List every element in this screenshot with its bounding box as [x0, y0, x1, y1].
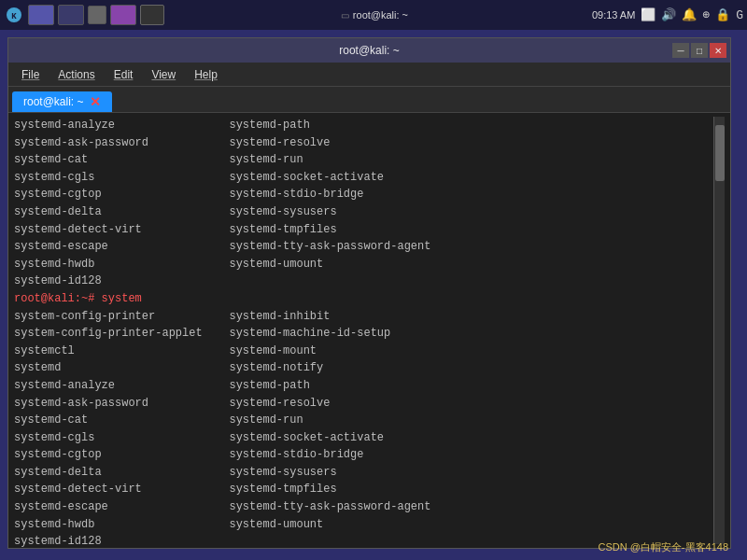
title-bar: root@kali: ~ ─ □ ✕ — [8, 38, 730, 63]
lock-icon[interactable]: 🔒 — [715, 7, 730, 22]
kali-icon[interactable]: K — [4, 5, 24, 25]
power-icon[interactable]: G — [736, 8, 743, 22]
menu-file[interactable]: File — [12, 66, 49, 83]
volume-icon[interactable]: 🔊 — [661, 7, 676, 22]
svg-text:K: K — [11, 12, 17, 21]
notification-icon[interactable]: 🔔 — [682, 7, 697, 22]
scrollbar[interactable] — [713, 117, 725, 544]
taskbar-btn-2[interactable] — [58, 5, 84, 25]
terminal-window: root@kali: ~ ─ □ ✕ File Actions Edit Vie… — [7, 37, 731, 549]
terminal-output: systemd-analyze systemd-path systemd-ask… — [14, 117, 713, 544]
clock: 09:13 AM — [592, 9, 635, 21]
close-button[interactable]: ✕ — [710, 43, 726, 58]
taskbar: K ▭ root@kali: ~ 09:13 AM ⬜ 🔊 🔔 ⊕ 🔒 G — [0, 0, 747, 30]
taskbar-btn-5[interactable] — [140, 5, 164, 25]
terminal-tab[interactable]: root@kali: ~ ✕ — [12, 91, 112, 112]
menu-help[interactable]: Help — [185, 66, 227, 83]
menu-edit[interactable]: Edit — [105, 66, 143, 83]
menu-bar: File Actions Edit View Help — [8, 63, 730, 87]
tab-label: root@kali: ~ — [23, 95, 84, 108]
menu-view[interactable]: View — [142, 66, 185, 83]
taskbar-btn-3[interactable] — [88, 6, 106, 24]
tab-bar: root@kali: ~ ✕ — [8, 87, 730, 113]
minimize-button[interactable]: ─ — [672, 43, 689, 58]
network-icon[interactable]: ⊕ — [702, 7, 710, 22]
scrollbar-thumb[interactable] — [715, 125, 725, 181]
maximize-button[interactable]: □ — [691, 43, 708, 58]
taskbar-btn-1[interactable] — [28, 5, 54, 25]
window-controls: ─ □ ✕ — [672, 43, 726, 58]
taskbar-terminal-title: root@kali: ~ — [353, 9, 408, 21]
tab-close-button[interactable]: ✕ — [90, 95, 101, 108]
screen-icon[interactable]: ⬜ — [641, 7, 655, 22]
terminal-content[interactable]: systemd-analyze systemd-path systemd-ask… — [8, 113, 730, 548]
menu-actions[interactable]: Actions — [49, 66, 104, 83]
system-tray: 09:13 AM ⬜ 🔊 🔔 ⊕ 🔒 G — [592, 7, 743, 22]
taskbar-btn-4[interactable] — [110, 5, 136, 25]
window-title: root@kali: ~ — [339, 44, 400, 57]
